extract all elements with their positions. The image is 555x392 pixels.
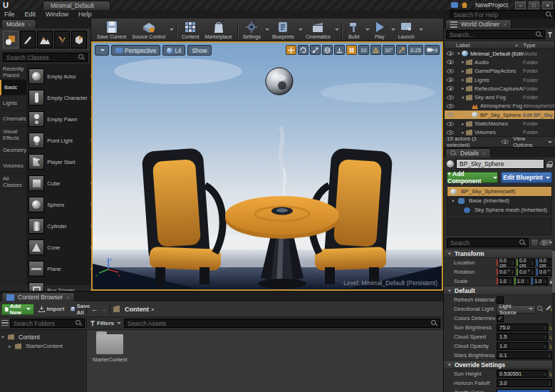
section-transform[interactable]: ▾Transform [444,249,555,258]
close-icon[interactable]: × [66,294,70,301]
table-row[interactable]: ▾Sky and FogFolder [445,93,554,101]
view-options-button[interactable]: View Options [499,135,552,148]
component-base-row[interactable]: ▾Base (Inherited) [447,196,551,205]
assets-search-input[interactable] [125,319,431,327]
table-row[interactable]: ▾Minimal_Default (Editor)World [445,49,554,58]
zenith-color-swatch[interactable] [497,389,551,392]
list-item[interactable]: Cylinder [26,215,97,237]
category-all-classes[interactable]: All Classes [0,174,26,190]
expander-icon[interactable]: ▸ [460,59,466,65]
mode-place-button[interactable] [3,31,19,48]
rotation-y-input[interactable]: 0.0 °↕ [517,268,535,276]
level-tab[interactable]: Minimal_Default [43,1,110,10]
sources-toggle-icon[interactable] [1,320,9,326]
source-control-button[interactable]: Source Control [129,19,168,41]
list-item[interactable]: Sphere [26,194,97,215]
expander-icon[interactable]: ▾ [456,51,462,56]
tutorial-icon[interactable] [461,2,468,8]
close-icon[interactable]: × [503,21,507,28]
mode-geometry-button[interactable] [71,31,87,48]
list-item[interactable]: Empty Character [26,87,97,108]
minimize-button[interactable]: – [515,1,526,9]
table-row[interactable]: ▸GamePlayActorsFolder [445,67,554,76]
rotation-snap-value-button[interactable]: 10° [383,45,395,55]
table-row[interactable]: ▸StaticMeshesFolder [445,119,554,128]
list-item[interactable]: Plane [26,258,97,279]
expander-icon[interactable]: ▸ [460,130,466,135]
import-button[interactable]: Import [36,306,66,312]
visibility-eye-icon[interactable] [447,104,454,108]
browse-icon[interactable] [537,306,544,312]
category-lights[interactable]: Lights [0,96,26,111]
settings-button[interactable]: Settings [240,19,264,41]
stars-brightness-input[interactable]: 0.1↕ [497,351,552,359]
sun-height-input[interactable]: 0.530551↕ [497,370,548,378]
category-visual-effects[interactable]: Visual Effects [0,127,26,143]
mode-landscape-button[interactable] [37,31,53,48]
viewport[interactable]: z x y Perspective Lit Show [91,41,443,291]
edit-blueprint-button[interactable]: Edit Blueprint [501,172,552,183]
list-item[interactable]: Cube [26,172,97,194]
component-mesh-row[interactable]: Sky Sphere mesh (Inherited) [447,205,551,215]
mode-paint-button[interactable] [20,31,36,48]
visibility-eye-icon[interactable] [447,96,454,100]
camera-mode-button[interactable]: Perspective [111,45,160,56]
close-button[interactable]: × [542,1,553,9]
filters-button[interactable]: Filters [87,320,124,326]
grid-snap-value-button[interactable]: 10 [358,45,369,55]
tab-content-browser[interactable]: Content Browser × [1,292,75,301]
save-current-button[interactable]: Save Current [94,19,129,41]
lock-icon[interactable] [546,161,552,167]
visibility-eye-icon[interactable] [447,60,454,64]
scale-snap-value-button[interactable]: 0.25 [408,45,423,55]
property-matrix-icon[interactable] [531,239,539,247]
surface-snap-button[interactable] [334,45,345,55]
list-item[interactable]: Empty Pawn [26,108,97,130]
scale-y-input[interactable]: 1.0↕ [514,277,531,285]
location-x-input[interactable]: 0.0 cm↕ [497,259,515,267]
chevron-down-icon[interactable] [419,29,423,31]
marketplace-button[interactable]: Marketplace [202,19,234,41]
list-item[interactable]: Player Start [26,151,97,172]
menu-window[interactable]: Window [46,11,68,18]
directional-light-dropdown[interactable]: Light Source [497,305,536,314]
visibility-eye-icon[interactable] [447,130,454,135]
build-button[interactable]: Build [344,19,364,41]
outliner-filter-icon[interactable] [547,32,553,38]
tree-item-startercontent[interactable]: ▸ StarterContent [0,341,86,351]
scale-tool-button[interactable] [310,45,321,55]
expander-icon[interactable]: ▾ [0,334,6,340]
category-basic[interactable]: Basic [0,80,26,96]
details-search-input[interactable] [447,239,519,247]
close-icon[interactable]: × [482,150,486,157]
category-recently-placed[interactable]: Recently Placed [0,64,26,80]
add-new-button[interactable]: Add New [1,304,34,315]
grid-snap-toggle-button[interactable] [346,45,357,55]
viewport-options-button[interactable] [95,45,109,56]
visibility-eye-icon[interactable] [447,78,454,82]
visibility-eye-icon[interactable] [447,122,454,126]
launch-button[interactable]: Launch [395,19,417,41]
table-row[interactable]: ▸AudioFolder [445,58,554,66]
cloud-speed-input[interactable]: 1.5↕ [497,333,548,341]
table-row-selected[interactable]: BP_Sky_SphereEdit BP_Sky_Sp [445,110,554,119]
mode-foliage-button[interactable] [54,31,70,48]
back-button[interactable]: ← [91,306,98,313]
world-local-toggle-button[interactable] [322,45,333,55]
expander-icon[interactable]: ▸ [447,390,452,392]
location-label[interactable]: Location [454,259,495,266]
expander-icon[interactable]: ▸ [460,77,466,83]
table-row[interactable]: Atmospheric FogAtmosphericFog [445,102,554,110]
rotation-label[interactable]: Rotation [454,269,495,275]
actor-name-input[interactable] [457,160,544,168]
display-filter-button[interactable] [541,239,552,247]
category-cinematic[interactable]: Cinematic [0,111,26,127]
category-geometry[interactable]: Geometry [0,143,26,158]
horizon-falloff-input[interactable]: 3.0↕ [497,379,552,387]
visibility-eye-icon[interactable] [447,113,454,117]
scale-label[interactable]: Scale [454,278,495,284]
details-scrollbar[interactable] [552,249,555,392]
rotate-tool-button[interactable] [298,45,308,55]
expander-icon[interactable]: ▸ [460,86,466,91]
expander-icon[interactable]: ▸ [460,121,466,127]
